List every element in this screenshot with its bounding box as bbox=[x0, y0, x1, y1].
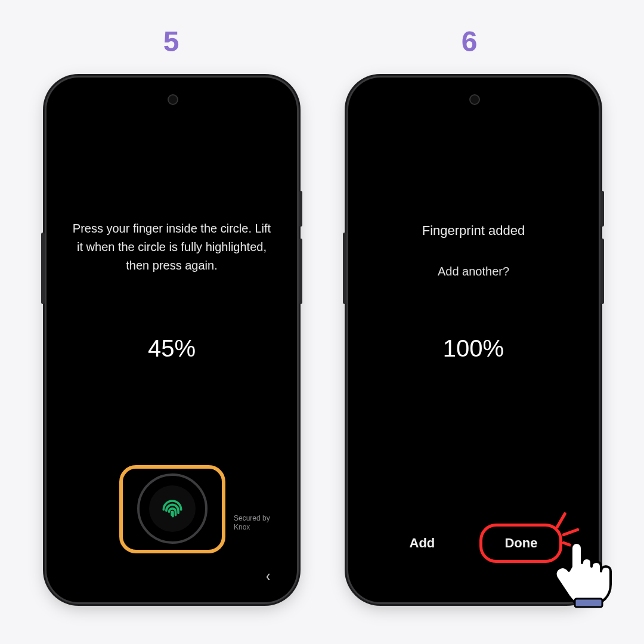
phone5-screen: Press your finger inside the circle. Lif… bbox=[55, 86, 289, 594]
svg-rect-0 bbox=[575, 599, 602, 607]
power-button bbox=[343, 233, 346, 304]
progress-percent: 100% bbox=[357, 335, 590, 362]
volume-up-button bbox=[600, 191, 604, 227]
progress-percent: 45% bbox=[55, 335, 289, 362]
volume-up-button bbox=[299, 191, 302, 227]
front-camera-icon bbox=[469, 94, 480, 105]
volume-down-button bbox=[600, 239, 604, 304]
nav-back-icon[interactable]: ‹ bbox=[568, 566, 572, 586]
phone-step-5: Press your finger inside the circle. Lif… bbox=[47, 78, 297, 602]
add-another-subtitle: Add another? bbox=[357, 265, 590, 278]
fingerprint-icon bbox=[159, 494, 185, 523]
power-button bbox=[41, 233, 45, 304]
fingerprint-added-title: Fingerprint added bbox=[357, 223, 590, 239]
fingerprint-sensor[interactable] bbox=[149, 485, 196, 532]
nav-back-icon[interactable]: ‹ bbox=[266, 566, 270, 586]
front-camera-icon bbox=[168, 94, 178, 105]
step-number-6: 6 bbox=[454, 25, 484, 58]
add-button[interactable]: Add bbox=[393, 528, 452, 558]
step-number-5: 5 bbox=[156, 25, 186, 58]
secured-by-knox-label: Secured by Knox bbox=[234, 514, 278, 532]
tap-flare-icon bbox=[532, 518, 580, 559]
volume-down-button bbox=[299, 239, 302, 304]
fingerprint-instruction-text: Press your finger inside the circle. Lif… bbox=[72, 219, 272, 275]
